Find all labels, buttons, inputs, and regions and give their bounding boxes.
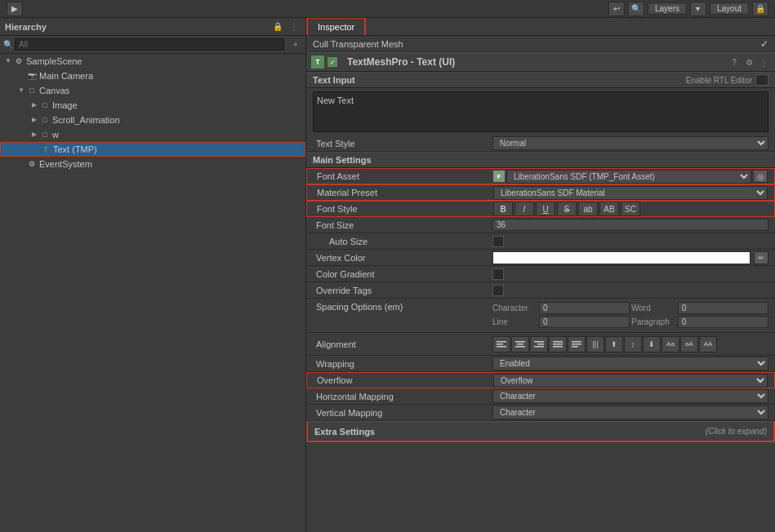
layout-button[interactable]: Layout [710, 2, 749, 15]
align-btn-middle[interactable]: ↕ [624, 336, 642, 352]
svg-rect-0 [497, 341, 506, 343]
layers-button[interactable]: Layers [648, 2, 687, 15]
align-btn-right[interactable] [530, 336, 548, 352]
vertex-color-edit-button[interactable]: ✏ [754, 251, 768, 264]
spacing-line-input[interactable] [539, 316, 630, 328]
font-btn-strikethrough[interactable]: S [557, 202, 577, 216]
cull-transparent-row: Cull Transparent Mesh ✓ [306, 36, 775, 52]
tree-item-scroll-animation[interactable]: ▶ □ Scroll_Animation [0, 113, 305, 127]
tree-item-sample-scene[interactable]: ▼ ⚙ SampleScene [0, 54, 305, 69]
inspector-panel: Inspector Cull Transparent Mesh ✓ T ✓ Te… [306, 18, 775, 532]
align-btn-left[interactable] [492, 336, 510, 352]
auto-size-row: Auto Size [306, 233, 775, 250]
spacing-word-label: Word [631, 304, 676, 313]
text-input-section: Text Input Enable RTL Editor [306, 72, 775, 88]
event-icon: ⚙ [26, 158, 38, 170]
tree-label: Scroll_Animation [52, 115, 120, 125]
font-asset-select[interactable]: LiberationSans SDF (TMP_Font Asset) [506, 170, 751, 184]
overflow-select[interactable]: Overflow [493, 374, 768, 388]
rtl-toggle[interactable] [755, 74, 768, 86]
rtl-label: Enable RTL Editor [686, 76, 752, 85]
tree-item-image[interactable]: ▶ □ Image [0, 98, 305, 113]
inspector-tab-label: Inspector [318, 22, 354, 32]
tree-item-main-camera[interactable]: 📷 Main Camera [0, 69, 305, 83]
font-asset-label: Font Asset [314, 171, 493, 181]
align-btn-flush[interactable] [568, 336, 586, 352]
align-btn-justify[interactable] [549, 336, 567, 352]
vertical-mapping-select[interactable]: Character [492, 406, 768, 419]
spacing-word-input[interactable] [678, 302, 768, 314]
search-icon[interactable]: 🔍 [628, 2, 644, 16]
component-header: T ✓ TextMeshPro - Text (UI) ? ⚙ ⋮ [306, 52, 775, 72]
scene-icon: ⚙ [13, 55, 24, 67]
tree-arrow: ▶ [29, 115, 39, 125]
auto-size-label: Auto Size [313, 237, 492, 246]
text-style-value: Normal [492, 136, 768, 150]
undo-icon[interactable]: ↩ [608, 2, 625, 16]
tree-arrow [16, 159, 26, 169]
lock-icon[interactable]: 🔒 [752, 2, 768, 16]
hierarchy-lock-icon[interactable]: 🔒 [271, 20, 284, 33]
text-icon: T [40, 144, 51, 155]
extra-settings-row[interactable]: Extra Settings (Click to expand) [306, 421, 775, 442]
tree-item-canvas[interactable]: ▼ □ Canvas [0, 83, 305, 98]
settings-button[interactable]: ⚙ [742, 55, 755, 69]
component-header-btns: ? ⚙ ⋮ [728, 55, 770, 69]
override-tags-checkbox[interactable] [492, 285, 504, 296]
align-btn-justify2[interactable]: ||| [586, 336, 604, 352]
text-input-area[interactable]: New Text [313, 91, 768, 132]
hierarchy-header: Hierarchy 🔒 ⋮ [0, 18, 305, 36]
font-size-input[interactable] [492, 219, 768, 231]
wrapping-row: Wrapping Enabled [306, 356, 775, 372]
tree-item-text-tmp[interactable]: T Text (TMP) [0, 142, 305, 157]
svg-rect-12 [572, 341, 581, 343]
font-btn-italic[interactable]: I [514, 202, 534, 216]
font-btn-uppercase[interactable]: AB [599, 202, 619, 216]
font-style-buttons: B I U S ab AB SC [493, 202, 768, 216]
more-button[interactable]: ⋮ [757, 55, 770, 69]
color-gradient-checkbox[interactable] [492, 268, 504, 280]
play-icon[interactable]: ▶ [7, 2, 23, 16]
tree-item-w[interactable]: ▶ □ w [0, 127, 305, 142]
font-btn-smallcaps[interactable]: SC [621, 202, 640, 216]
auto-size-checkbox[interactable] [492, 236, 504, 247]
component-enabled-check[interactable]: ✓ [327, 57, 337, 67]
color-gradient-label: Color Gradient [313, 269, 492, 279]
vertical-mapping-row: Vertical Mapping Character [306, 405, 775, 421]
help-button[interactable]: ? [728, 55, 741, 69]
inspector-tabs: Inspector [306, 18, 775, 36]
align-btn-top[interactable]: ⬆ [605, 336, 623, 352]
svg-rect-4 [517, 344, 523, 345]
font-btn-underline[interactable]: U [536, 202, 555, 216]
spacing-options-row: Spacing Options (em) Character Word Line [306, 299, 775, 333]
image-icon: □ [39, 100, 51, 111]
wrapping-select[interactable]: Enabled [492, 357, 768, 370]
spacing-character-input[interactable] [539, 302, 630, 314]
tab-inspector[interactable]: Inspector [306, 18, 366, 35]
vertical-mapping-value: Character [492, 406, 768, 419]
tree-label: SampleScene [26, 56, 82, 66]
text-style-select[interactable]: Normal [492, 136, 768, 150]
align-btn-aa[interactable]: Aa [661, 336, 679, 352]
align-btn-aA[interactable]: aA [680, 336, 698, 352]
spacing-paragraph-input[interactable] [678, 316, 768, 328]
tree-arrow: ▶ [29, 130, 39, 140]
vertex-color-swatch[interactable] [492, 251, 751, 264]
tree-item-event-system[interactable]: ⚙ EventSystem [0, 157, 305, 171]
hierarchy-add-icon[interactable]: + [289, 38, 302, 51]
font-btn-lowercase[interactable]: ab [578, 202, 598, 216]
spacing-paragraph-cell: Paragraph [631, 316, 768, 328]
color-gradient-row: Color Gradient [306, 266, 775, 282]
align-btn-bottom[interactable]: ⬇ [643, 336, 661, 352]
align-btn-center[interactable] [511, 336, 529, 352]
hierarchy-tree: ▼ ⚙ SampleScene 📷 Main Camera ▼ □ Canvas [0, 54, 305, 532]
hierarchy-more-icon[interactable]: ⋮ [287, 20, 301, 33]
font-asset-pick-button[interactable]: ◎ [753, 170, 768, 183]
align-btn-AA[interactable]: AA [699, 336, 717, 352]
hierarchy-search-input[interactable] [15, 38, 284, 51]
horizontal-mapping-select[interactable]: Character [492, 389, 768, 403]
dropdown-icon[interactable]: ▾ [690, 2, 706, 16]
component-title: TextMeshPro - Text (UI) [347, 56, 724, 68]
font-btn-bold[interactable]: B [493, 202, 513, 216]
material-preset-select[interactable]: LiberationSans SDF Material [493, 186, 768, 200]
